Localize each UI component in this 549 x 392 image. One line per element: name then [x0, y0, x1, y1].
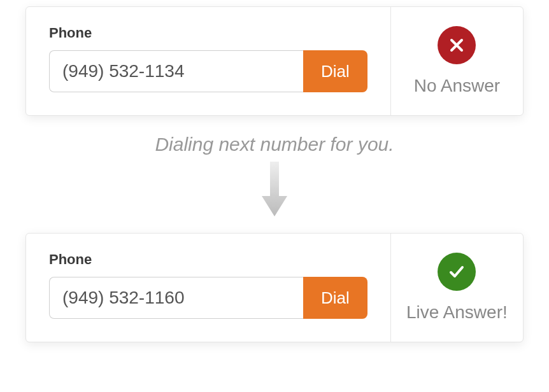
call-card-2: Phone Dial Live Answer!: [25, 233, 524, 342]
transition-text: Dialing next number for you.: [155, 134, 394, 155]
live-answer-icon: [438, 253, 476, 291]
status-text: No Answer: [414, 76, 500, 96]
phone-input[interactable]: [49, 277, 303, 319]
call-status-panel: No Answer: [391, 7, 523, 115]
call-card-1: Phone Dial No Answer: [25, 6, 524, 116]
dial-button[interactable]: Dial: [303, 277, 367, 319]
dial-button[interactable]: Dial: [303, 50, 367, 92]
phone-label: Phone: [49, 251, 367, 268]
transition-block: Dialing next number for you.: [25, 134, 524, 219]
check-icon: [447, 262, 466, 281]
phone-label: Phone: [49, 25, 367, 41]
call-card-left: Phone Dial: [26, 7, 391, 115]
status-text: Live Answer!: [406, 302, 508, 323]
x-icon: [448, 37, 465, 53]
dialer-container: Phone Dial No Answer Dialing next number…: [0, 0, 549, 368]
phone-input[interactable]: [49, 50, 303, 92]
arrow-down-icon: [259, 162, 290, 219]
phone-input-group: Dial: [49, 50, 367, 92]
call-card-left: Phone Dial: [26, 234, 391, 342]
no-answer-icon: [438, 26, 476, 64]
call-status-panel: Live Answer!: [391, 234, 523, 342]
phone-input-group: Dial: [49, 277, 367, 319]
